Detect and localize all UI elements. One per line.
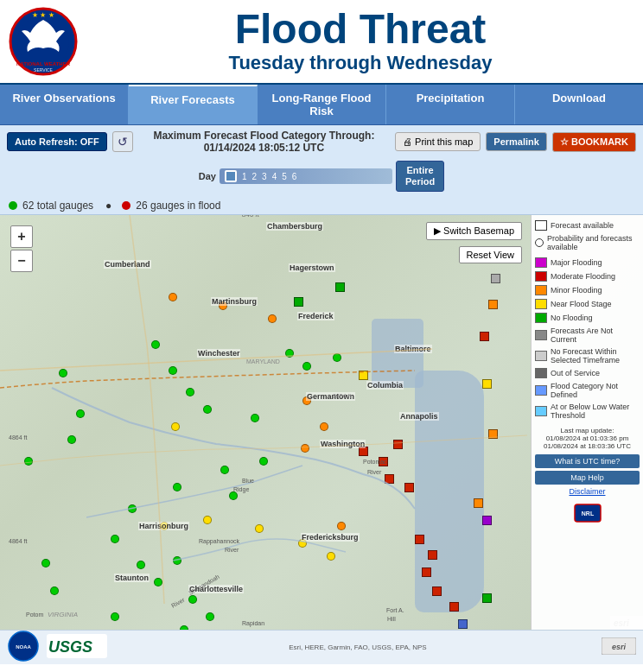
- gauge-square-red[interactable]: [449, 602, 459, 612]
- patapsco-river: [372, 319, 423, 388]
- legend-not-current: Forecasts Are Not Current: [535, 326, 640, 344]
- slider-area: Day 1 2 3 4 5 6 EntirePeriod: [0, 158, 643, 197]
- gauge-square-red[interactable]: [422, 567, 431, 577]
- tab-river-observations[interactable]: River Observations: [0, 85, 129, 124]
- page-subtitle: Tuesday through Wednesday: [86, 52, 634, 74]
- gauge-square-green[interactable]: [335, 282, 345, 292]
- bookmark-button[interactable]: ☆ BOOKMARK: [552, 132, 636, 152]
- legend-label: Near Flood Stage: [551, 300, 612, 308]
- legend-no-forecast-timeframe: No Forecast Within Selected Timeframe: [535, 347, 640, 365]
- svg-text:NATIONAL WEATHER: NATIONAL WEATHER: [16, 61, 71, 67]
- legend-low-water: At or Below Low Water Threshold: [535, 403, 640, 420]
- tick-2[interactable]: 2: [252, 172, 258, 181]
- gauge-square-yellow[interactable]: [359, 371, 368, 380]
- reset-view-button[interactable]: Reset View: [459, 246, 522, 263]
- total-gauges-label: 62 total gauges: [22, 200, 93, 212]
- tick-6[interactable]: 6: [292, 172, 297, 181]
- svg-text:SERVICE: SERVICE: [34, 67, 54, 73]
- permalink-button[interactable]: Permalink: [486, 132, 547, 151]
- gauge-square-green[interactable]: [294, 297, 303, 307]
- legend-box-lowwater: [535, 406, 547, 416]
- tick-1[interactable]: 1: [242, 172, 247, 181]
- auto-refresh-button[interactable]: Auto Refresh: OFF: [7, 132, 107, 151]
- legend-label: Forecasts Are Not Current: [551, 326, 640, 344]
- gauge-square-yellow[interactable]: [482, 379, 492, 389]
- print-button[interactable]: 🖨 Print this map: [395, 132, 481, 151]
- legend-box-none: [535, 313, 547, 323]
- legend-label: Forecast available: [551, 221, 614, 230]
- legend-label: No Flooding: [551, 314, 593, 322]
- legend-label: Probability and forecasts available: [547, 234, 640, 251]
- utc-time-button[interactable]: What is UTC time?: [535, 454, 640, 468]
- noaa-logo: NOAA: [7, 630, 40, 666]
- gauge-square-red[interactable]: [404, 483, 414, 492]
- legend-label: Minor Flooding: [551, 286, 602, 295]
- tab-long-range[interactable]: Long-Range Flood Risk: [258, 85, 386, 124]
- gauge-square-red[interactable]: [385, 474, 394, 484]
- legend-box-notimeframe: [535, 351, 547, 361]
- slider-day-label: Day: [199, 171, 216, 181]
- legend-box-major: [535, 257, 547, 268]
- gauge-square-red[interactable]: [379, 457, 388, 466]
- legend-box-forecast: [535, 220, 547, 231]
- legend-box-moderate: [535, 271, 547, 282]
- toolbar: Auto Refresh: OFF ↺ Maximum Forecast Flo…: [0, 125, 643, 158]
- legend-box-minor: [535, 285, 547, 295]
- legend-label: Moderate Flooding: [551, 272, 615, 281]
- tab-river-forecasts[interactable]: River Forecasts: [129, 85, 258, 124]
- refresh-icon[interactable]: ↺: [112, 131, 133, 152]
- map-help-button[interactable]: Map Help: [535, 471, 640, 485]
- gauge-square-red[interactable]: [415, 535, 424, 544]
- legend-label: No Forecast Within Selected Timeframe: [551, 347, 640, 365]
- map-zoom-controls: + −: [10, 225, 33, 272]
- tick-5[interactable]: 5: [282, 172, 287, 181]
- gauge-square-blue[interactable]: [458, 619, 468, 629]
- legend-label: Out of Service: [551, 369, 600, 377]
- disclaimer-link[interactable]: Disclaimer: [569, 487, 605, 496]
- legend-buttons: What is UTC time? Map Help Disclaimer: [535, 454, 640, 496]
- gauge-square-gray[interactable]: [491, 274, 500, 283]
- map-container: 846 ft 4864 ft 4864 ft Potom River Middl…: [0, 215, 643, 630]
- gauge-square-red[interactable]: [432, 586, 442, 596]
- last-update-label: Last map update: 01/08/2024 at 01:03:36 …: [535, 427, 640, 450]
- separator: ●: [105, 200, 111, 212]
- legend-category-not-defined: Flood Category Not Defined: [535, 382, 640, 399]
- header: NATIONAL WEATHER SERVICE ★ ★ ★ Flood Thr…: [0, 0, 643, 85]
- gauge-square-red[interactable]: [428, 550, 437, 560]
- footer: NOAA USGS Esri, HERE, Garmin, FAO, USGS,…: [0, 630, 643, 664]
- green-dot: [9, 201, 17, 210]
- legend-label: At or Below Low Water Threshold: [551, 403, 640, 420]
- tab-download[interactable]: Download: [515, 85, 643, 124]
- gauge-square-orange[interactable]: [488, 300, 498, 309]
- legend-circle-prob: [535, 238, 544, 247]
- gauge-square-orange[interactable]: [474, 498, 483, 508]
- red-dot: [122, 201, 131, 210]
- tab-precipitation[interactable]: Precipitation: [386, 85, 515, 124]
- legend-panel: Forecast available Probability and forec…: [531, 215, 643, 630]
- legend-near-flood: Near Flood Stage: [535, 299, 640, 309]
- tick-4[interactable]: 4: [272, 172, 277, 181]
- gauge-square-purple[interactable]: [482, 516, 492, 525]
- gauge-square-red[interactable]: [393, 440, 403, 449]
- zoom-out-button[interactable]: −: [10, 250, 33, 272]
- legend-label: Flood Category Not Defined: [551, 382, 640, 399]
- gauge-square-red[interactable]: [359, 447, 368, 456]
- gauge-dot[interactable]: [180, 625, 188, 630]
- gauge-square-green[interactable]: [482, 593, 492, 603]
- gauge-square-red[interactable]: [480, 332, 489, 341]
- legend-out-of-service: Out of Service: [535, 368, 640, 378]
- tick-3[interactable]: 3: [262, 172, 267, 181]
- nrl-logo-area: NRL: [535, 500, 640, 528]
- svg-text:★ ★ ★: ★ ★ ★: [32, 11, 54, 19]
- nav-tabs: River Observations River Forecasts Long-…: [0, 85, 643, 125]
- svg-text:NOAA: NOAA: [16, 644, 31, 650]
- gauge-square-orange[interactable]: [488, 429, 498, 439]
- entire-period-button[interactable]: EntirePeriod: [396, 161, 444, 192]
- esri-credit: Esri, HERE, Garmin, FAO, USGS, EPA, NPS: [114, 643, 602, 651]
- switch-basemap-button[interactable]: ▶ Switch Basemap: [426, 222, 522, 240]
- legend-label: Major Flooding: [551, 258, 602, 267]
- zoom-in-button[interactable]: +: [10, 225, 33, 248]
- svg-text:NRL: NRL: [581, 510, 594, 517]
- legend-box-notcurrent: [535, 330, 547, 340]
- esri-badge: esri: [602, 637, 636, 658]
